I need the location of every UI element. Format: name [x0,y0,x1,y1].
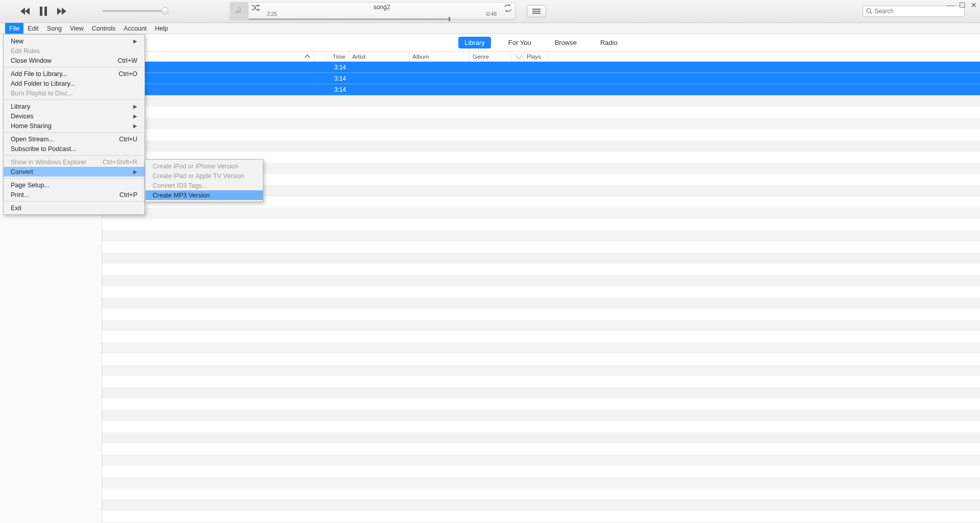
file-menu-dropdown: New▶ Edit Rules Close WindowCtrl+W Add F… [3,34,145,215]
menu-file[interactable]: File [5,23,23,34]
file-library[interactable]: Library▶ [4,102,144,111]
sort-up-icon [305,55,310,59]
remaining-time: -0:48 [485,11,497,17]
empty-row [102,432,980,443]
empty-row [102,129,980,140]
file-show-explorer: Show in Windows ExplorerCtrl+Shift+R [4,157,144,167]
track-time: 3:14 [327,86,349,93]
shuffle-icon[interactable] [252,5,260,12]
empty-row [102,286,980,297]
next-button[interactable] [56,7,66,15]
empty-row [102,488,980,500]
empty-row [102,455,980,466]
tab-radio[interactable]: Radio [594,37,624,48]
col-love[interactable] [511,52,524,61]
chevron-right-icon: ▶ [133,123,137,129]
empty-row [102,500,980,511]
menu-bar: File Edit Song View Controls Account Hel… [0,23,980,34]
repeat-icon[interactable] [504,5,512,13]
library-nav-tabs: Library For You Browse Radio [102,34,980,52]
player-toolbar: song2 2:25 -0:48 — ☐ ✕ [0,0,980,23]
empty-row [102,309,980,320]
now-playing-title: song2 [267,4,497,11]
file-open-stream[interactable]: Open Stream...Ctrl+U [4,134,144,144]
empty-row [102,477,980,488]
track-time: 3:14 [327,64,349,71]
menu-song[interactable]: Song [43,23,66,34]
empty-row [102,230,980,241]
minimize-button[interactable]: — [947,1,954,9]
convert-id3: Convert ID3 Tags... [145,181,263,190]
empty-row [102,511,980,522]
empty-row [102,331,980,342]
album-art-placeholder [230,3,249,20]
track-row[interactable]: 3:14 [102,73,980,84]
empty-row [102,297,980,309]
track-row[interactable]: 3:14 [102,84,980,95]
file-print[interactable]: Print...Ctrl+P [4,190,144,200]
window-controls: — ☐ ✕ [947,1,977,9]
empty-row [102,354,980,365]
empty-row [102,387,980,399]
col-genre[interactable]: Genre [470,52,511,61]
convert-mp3[interactable]: Create MP3 Version [145,190,263,200]
file-edit-rules: Edit Rules [4,46,144,56]
file-add-file[interactable]: Add File to Library...Ctrl+O [4,69,144,79]
file-close-window[interactable]: Close WindowCtrl+W [4,56,144,65]
col-check[interactable] [314,52,327,61]
svg-rect-4 [532,13,541,14]
empty-row [102,95,980,107]
empty-row [102,253,980,264]
file-new[interactable]: New▶ [4,36,144,46]
maximize-button[interactable]: ☐ [959,1,966,9]
previous-button[interactable] [20,7,31,15]
convert-ipod: Create iPod or iPhone Version [145,161,263,171]
heart-icon [516,54,522,59]
file-exit[interactable]: Exit [4,203,144,213]
col-album[interactable]: Album [409,52,470,61]
svg-point-5 [867,9,871,13]
volume-slider[interactable] [102,10,168,12]
col-plays[interactable]: Plays [524,52,548,61]
file-home-sharing[interactable]: Home Sharing▶ [4,121,144,131]
progress-bar[interactable] [249,18,515,20]
track-rows: 3:14 3:14 3:14 [102,62,980,523]
empty-row [102,376,980,387]
menu-help[interactable]: Help [151,23,173,34]
tab-browse[interactable]: Browse [549,37,583,48]
menu-controls[interactable]: Controls [88,23,120,34]
menu-edit[interactable]: Edit [23,23,43,34]
empty-row [102,443,980,455]
empty-row [102,421,980,432]
empty-row [102,118,980,129]
convert-ipad: Create iPad or Apple TV Version [145,171,263,181]
menu-view[interactable]: View [66,23,88,34]
file-add-folder[interactable]: Add Folder to Library... [4,79,144,88]
empty-row [102,365,980,376]
svg-rect-2 [532,9,541,10]
menu-account[interactable]: Account [119,23,151,34]
track-row[interactable]: 3:14 [102,62,980,73]
file-devices[interactable]: Devices▶ [4,111,144,121]
file-subscribe[interactable]: Subscribe to Podcast... [4,144,144,154]
elapsed-time: 2:25 [267,11,277,17]
col-artist[interactable]: Artist [349,52,409,61]
empty-row [102,241,980,253]
pause-button[interactable] [40,7,47,16]
col-time[interactable]: Time [327,52,349,61]
file-page-setup[interactable]: Page Setup... [4,180,144,190]
svg-rect-1 [44,7,47,16]
main-panel: Library For You Browse Radio Time Artist… [102,34,980,523]
svg-line-6 [870,12,872,14]
close-button[interactable]: ✕ [971,1,977,9]
file-convert[interactable]: Convert▶ [4,167,144,177]
up-next-button[interactable] [527,5,546,17]
tab-for-you[interactable]: For You [502,37,537,48]
empty-row [102,275,980,286]
tab-library[interactable]: Library [458,37,491,48]
empty-row [102,320,980,331]
chevron-right-icon: ▶ [133,104,137,109]
empty-row [102,410,980,421]
convert-submenu: Create iPod or iPhone Version Create iPa… [145,159,263,202]
empty-row [102,399,980,410]
